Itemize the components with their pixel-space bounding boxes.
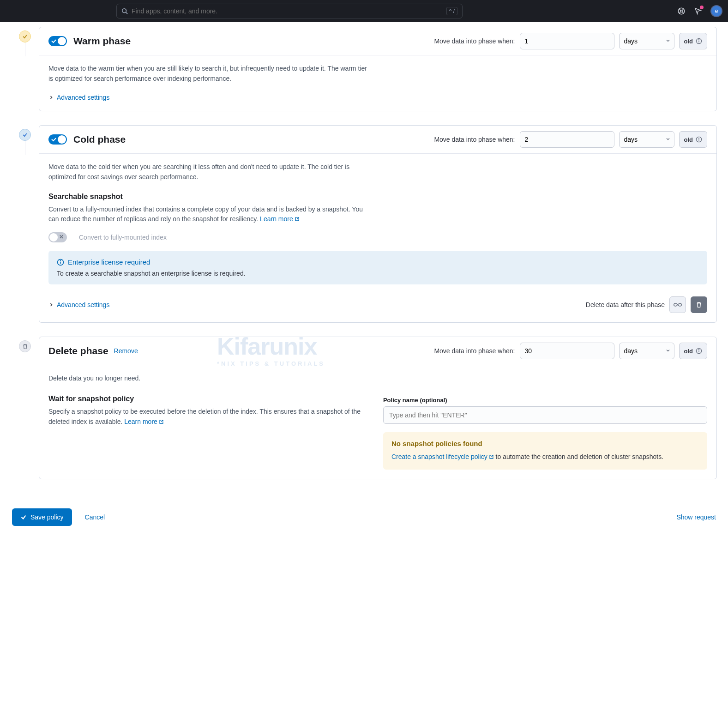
svg-line-1 bbox=[126, 12, 128, 14]
trash-icon bbox=[696, 302, 702, 308]
warm-age-unit-select[interactable]: days bbox=[619, 33, 674, 49]
cold-phase-title: Cold phase bbox=[73, 134, 126, 145]
license-callout-body: To create a searchable snapshot an enter… bbox=[57, 270, 699, 277]
move-label: Move data into phase when: bbox=[434, 37, 515, 45]
wait-snapshot-heading: Wait for snapshot policy bbox=[48, 395, 365, 403]
chevron-right-icon bbox=[48, 302, 54, 308]
search-shortcut: ^ / bbox=[446, 7, 457, 15]
delete-age-unit-select[interactable]: days bbox=[619, 343, 674, 359]
warm-age-input[interactable] bbox=[520, 33, 614, 49]
policy-name-label: Policy name (optional) bbox=[383, 397, 707, 404]
move-label: Move data into phase when: bbox=[434, 347, 515, 355]
svg-point-13 bbox=[698, 138, 699, 139]
policy-name-input[interactable] bbox=[383, 406, 707, 424]
convert-toggle[interactable]: ✕ bbox=[48, 232, 67, 242]
info-icon bbox=[696, 136, 702, 143]
delete-age-input[interactable] bbox=[520, 343, 614, 359]
learn-more-link[interactable]: Learn more bbox=[260, 215, 300, 223]
info-icon bbox=[696, 38, 702, 44]
svg-line-7 bbox=[682, 9, 684, 10]
svg-point-3 bbox=[680, 10, 683, 12]
cold-age-input[interactable] bbox=[520, 131, 614, 148]
external-link-icon bbox=[159, 419, 164, 424]
chevron-right-icon bbox=[48, 95, 54, 100]
create-policy-link[interactable]: Create a snapshot lifecycle policy bbox=[391, 453, 494, 460]
svg-line-5 bbox=[682, 12, 684, 13]
warm-phase-toggle[interactable] bbox=[48, 36, 67, 46]
newsfeed-icon[interactable] bbox=[694, 7, 702, 15]
global-search[interactable]: ^ / bbox=[116, 4, 463, 18]
save-policy-button[interactable]: Save policy bbox=[12, 508, 72, 526]
check-icon bbox=[22, 132, 28, 138]
delete-after-button[interactable] bbox=[691, 296, 707, 313]
convert-toggle-label: Convert to fully-mounted index bbox=[79, 234, 167, 241]
delete-phase-title: Delete phase bbox=[48, 345, 108, 356]
bottom-bar: Save policy Cancel Show request bbox=[11, 498, 717, 526]
no-policies-title: No snapshot policies found bbox=[391, 440, 699, 447]
svg-point-10 bbox=[698, 40, 699, 40]
license-callout-title: Enterprise license required bbox=[68, 258, 150, 266]
svg-line-4 bbox=[679, 9, 680, 10]
svg-point-17 bbox=[60, 260, 60, 261]
move-label: Move data into phase when: bbox=[434, 136, 515, 143]
trash-icon bbox=[22, 344, 28, 350]
svg-line-6 bbox=[679, 12, 680, 13]
info-icon bbox=[696, 348, 702, 354]
svg-point-20 bbox=[698, 350, 699, 350]
no-policies-callout: No snapshot policies found Create a snap… bbox=[383, 432, 707, 470]
infinity-icon bbox=[674, 301, 682, 309]
delete-phase-card: Delete phase Remove Move data into phase… bbox=[39, 337, 717, 479]
old-badge: old bbox=[679, 131, 708, 148]
cold-advanced-settings-link[interactable]: Advanced settings bbox=[48, 301, 109, 308]
create-policy-tail: to automate the creation and deletion of… bbox=[494, 453, 663, 460]
timeline-badge-warm bbox=[19, 30, 31, 42]
cancel-button[interactable]: Cancel bbox=[85, 513, 105, 521]
check-icon bbox=[22, 34, 28, 39]
svg-point-0 bbox=[122, 9, 126, 13]
cold-phase-description: Move data to the cold tier when you are … bbox=[48, 162, 372, 182]
searchable-snapshot-heading: Searchable snapshot bbox=[48, 193, 707, 201]
warm-phase-title: Warm phase bbox=[73, 36, 131, 47]
learn-more-link[interactable]: Learn more bbox=[124, 418, 164, 425]
warm-phase-card: Warm phase Move data into phase when: da… bbox=[39, 27, 717, 111]
timeline-badge-delete bbox=[19, 340, 31, 352]
wait-snapshot-description: Specify a snapshot policy to be executed… bbox=[48, 407, 365, 427]
warm-advanced-settings-link[interactable]: Advanced settings bbox=[48, 94, 109, 101]
external-link-icon bbox=[295, 217, 300, 222]
search-input[interactable] bbox=[132, 7, 446, 15]
cold-phase-toggle[interactable] bbox=[48, 134, 67, 145]
external-link-icon bbox=[489, 454, 494, 459]
keep-data-button[interactable] bbox=[669, 296, 686, 313]
delete-phase-description: Delete data you no longer need. bbox=[48, 374, 372, 384]
cold-phase-card: Cold phase Move data into phase when: da… bbox=[39, 125, 717, 323]
license-callout: Enterprise license required To create a … bbox=[48, 251, 707, 284]
delete-after-label: Delete data after this phase bbox=[586, 301, 665, 308]
show-request-button[interactable]: Show request bbox=[676, 513, 716, 521]
user-avatar[interactable]: e bbox=[710, 5, 722, 17]
old-badge: old bbox=[679, 33, 708, 49]
help-icon[interactable] bbox=[677, 7, 686, 15]
remove-phase-link[interactable]: Remove bbox=[114, 347, 138, 355]
info-icon bbox=[57, 259, 64, 266]
topbar: ^ / e bbox=[0, 0, 728, 22]
searchable-snapshot-description: Convert to a fully-mounted index that co… bbox=[48, 205, 372, 225]
notification-dot bbox=[700, 6, 704, 9]
timeline-badge-cold bbox=[19, 129, 31, 141]
warm-phase-description: Move data to the warm tier when you are … bbox=[48, 64, 372, 84]
cold-age-unit-select[interactable]: days bbox=[619, 131, 674, 148]
search-icon bbox=[121, 8, 128, 14]
check-icon bbox=[20, 514, 27, 520]
old-badge: old bbox=[679, 343, 708, 359]
